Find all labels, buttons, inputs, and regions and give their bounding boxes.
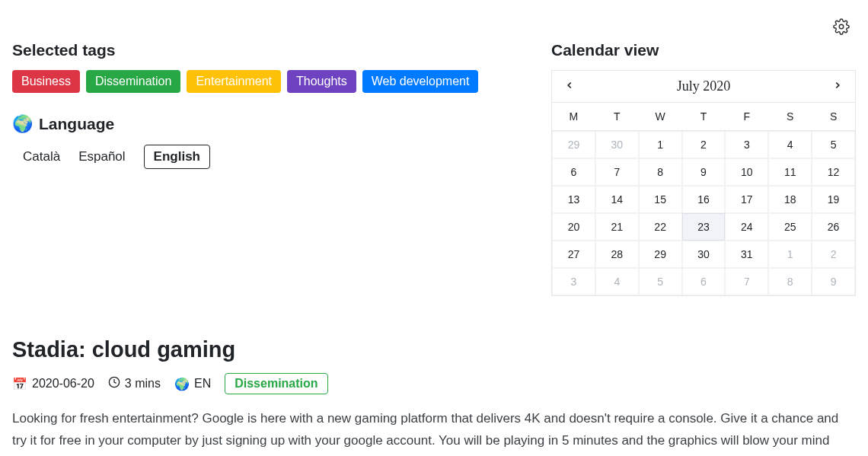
calendar-day[interactable]: 9 — [812, 268, 855, 295]
globe-icon: 🌍 — [12, 114, 33, 134]
calendar-day[interactable]: 22 — [639, 213, 682, 241]
calendar-day[interactable]: 29 — [552, 131, 595, 158]
calendar-day[interactable]: 31 — [725, 241, 768, 268]
calendar-day[interactable]: 26 — [812, 213, 855, 241]
calendar-day[interactable]: 21 — [595, 213, 639, 241]
calendar-next[interactable] — [829, 78, 846, 94]
calendar-day[interactable]: 7 — [595, 158, 639, 186]
article-language-value: EN — [194, 377, 211, 391]
article-excerpt: Looking for fresh entertainment? Google … — [12, 408, 856, 452]
calendar-day[interactable]: 18 — [768, 186, 812, 213]
calendar-day[interactable]: 24 — [725, 213, 768, 241]
calendar-day[interactable]: 1 — [768, 241, 812, 268]
calendar-day[interactable]: 30 — [595, 131, 639, 158]
tag-web-development[interactable]: Web development — [362, 70, 479, 93]
calendar-dow: W — [639, 103, 682, 131]
article-tag[interactable]: Dissemination — [225, 373, 327, 394]
calendar-day[interactable]: 4 — [595, 268, 639, 295]
calendar-day[interactable]: 23 — [682, 213, 726, 241]
calendar-day[interactable]: 14 — [595, 186, 639, 213]
calendar-prev[interactable] — [561, 78, 578, 94]
calendar-day[interactable]: 27 — [552, 241, 595, 268]
calendar-title: July 2020 — [677, 78, 731, 94]
calendar-day[interactable]: 8 — [768, 268, 812, 295]
calendar-day[interactable]: 9 — [682, 158, 726, 186]
tag-business[interactable]: Business — [12, 70, 80, 93]
settings-icon[interactable] — [833, 18, 850, 35]
article-date-value: 2020-06-20 — [32, 377, 94, 391]
calendar-heading: Calendar view — [551, 41, 856, 59]
calendar-day[interactable]: 5 — [639, 268, 682, 295]
tags-heading: Selected tags — [12, 41, 527, 59]
clock-icon — [108, 376, 120, 391]
calendar-day[interactable]: 28 — [595, 241, 639, 268]
calendar: July 2020 MTWTFSS 2930123456789101112131… — [551, 70, 856, 296]
calendar-days-grid: 2930123456789101112131415161718192021222… — [552, 131, 855, 295]
calendar-day[interactable]: 20 — [552, 213, 595, 241]
article-language: 🌍 EN — [174, 377, 211, 391]
svg-point-0 — [839, 24, 844, 29]
calendar-dow: M — [552, 103, 595, 131]
calendar-day[interactable]: 12 — [812, 158, 855, 186]
language-option-english[interactable]: English — [144, 145, 210, 169]
calendar-day[interactable]: 4 — [768, 131, 812, 158]
calendar-dow: T — [595, 103, 639, 131]
globe-icon: 🌍 — [174, 377, 190, 391]
calendar-day[interactable]: 13 — [552, 186, 595, 213]
tags-list: BusinessDisseminationEntertainmentThough… — [12, 70, 527, 93]
language-heading: Language — [39, 115, 114, 133]
calendar-day[interactable]: 25 — [768, 213, 812, 241]
tag-entertainment[interactable]: Entertainment — [187, 70, 281, 93]
calendar-dow-row: MTWTFSS — [552, 103, 855, 131]
article-readtime: 3 mins — [108, 376, 161, 391]
calendar-day[interactable]: 5 — [812, 131, 855, 158]
calendar-day[interactable]: 17 — [725, 186, 768, 213]
calendar-day[interactable]: 30 — [682, 241, 726, 268]
calendar-day[interactable]: 8 — [639, 158, 682, 186]
calendar-day[interactable]: 6 — [552, 158, 595, 186]
calendar-dow: T — [682, 103, 726, 131]
tag-thoughts[interactable]: Thoughts — [287, 70, 356, 93]
language-option-español[interactable]: Español — [78, 149, 125, 164]
language-list: CatalàEspañolEnglish — [12, 145, 527, 169]
calendar-day[interactable]: 16 — [682, 186, 726, 213]
article-date: 📅 2020-06-20 — [12, 377, 94, 391]
calendar-day[interactable]: 10 — [725, 158, 768, 186]
calendar-day[interactable]: 11 — [768, 158, 812, 186]
calendar-day[interactable]: 1 — [639, 131, 682, 158]
calendar-day[interactable]: 7 — [725, 268, 768, 295]
calendar-day[interactable]: 2 — [812, 241, 855, 268]
calendar-day[interactable]: 19 — [812, 186, 855, 213]
calendar-day[interactable]: 29 — [639, 241, 682, 268]
calendar-dow: F — [725, 103, 768, 131]
calendar-day[interactable]: 3 — [725, 131, 768, 158]
article-readtime-value: 3 mins — [125, 377, 161, 391]
calendar-day[interactable]: 2 — [682, 131, 726, 158]
calendar-day[interactable]: 15 — [639, 186, 682, 213]
language-option-català[interactable]: Català — [23, 149, 60, 164]
tag-dissemination[interactable]: Dissemination — [86, 70, 180, 93]
calendar-day[interactable]: 3 — [552, 268, 595, 295]
calendar-dow: S — [812, 103, 855, 131]
calendar-dow: S — [768, 103, 812, 131]
calendar-day[interactable]: 6 — [682, 268, 726, 295]
calendar-icon: 📅 — [12, 377, 27, 391]
article-title[interactable]: Stadia: cloud gaming — [12, 337, 856, 362]
